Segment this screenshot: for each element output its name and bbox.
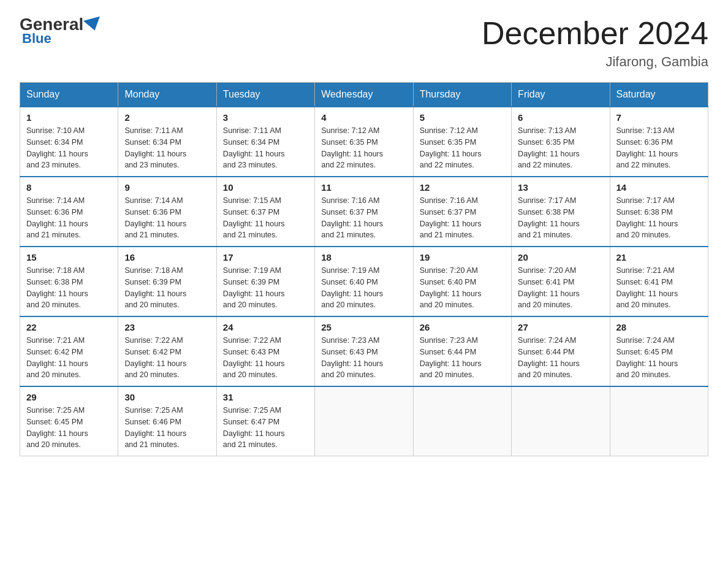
day-info: Sunrise: 7:24 AMSunset: 6:45 PMDaylight:… (616, 335, 702, 381)
day-header-monday: Monday (118, 83, 216, 107)
day-number: 4 (321, 112, 406, 123)
day-info: Sunrise: 7:13 AMSunset: 6:36 PMDaylight:… (616, 125, 702, 171)
day-number: 30 (124, 392, 210, 402)
day-number: 21 (616, 252, 702, 262)
day-info: Sunrise: 7:25 AMSunset: 6:47 PMDaylight:… (223, 405, 308, 451)
calendar-cell: 13Sunrise: 7:17 AMSunset: 6:38 PMDayligh… (512, 177, 610, 247)
day-info: Sunrise: 7:23 AMSunset: 6:43 PMDaylight:… (321, 335, 406, 381)
day-info: Sunrise: 7:10 AMSunset: 6:34 PMDaylight:… (26, 125, 112, 171)
day-number: 13 (518, 182, 603, 193)
calendar-cell: 9Sunrise: 7:14 AMSunset: 6:36 PMDaylight… (118, 177, 216, 247)
day-info: Sunrise: 7:17 AMSunset: 6:38 PMDaylight:… (616, 195, 702, 241)
day-info: Sunrise: 7:11 AMSunset: 6:34 PMDaylight:… (124, 125, 210, 171)
calendar-cell: 15Sunrise: 7:18 AMSunset: 6:38 PMDayligh… (20, 247, 118, 316)
page-header: General Blue December 2024 Jifarong, Gam… (20, 15, 708, 70)
day-number: 24 (223, 322, 308, 332)
day-info: Sunrise: 7:17 AMSunset: 6:38 PMDaylight:… (518, 195, 603, 241)
week-row-1: 1Sunrise: 7:10 AMSunset: 6:34 PMDaylight… (20, 107, 708, 177)
title-area: December 2024 Jifarong, Gambia (482, 15, 708, 70)
day-number: 14 (616, 182, 702, 193)
calendar-cell: 27Sunrise: 7:24 AMSunset: 6:44 PMDayligh… (512, 316, 610, 386)
day-number: 15 (26, 252, 112, 262)
month-title: December 2024 (482, 15, 708, 52)
calendar-cell: 3Sunrise: 7:11 AMSunset: 6:34 PMDaylight… (216, 107, 314, 177)
day-info: Sunrise: 7:16 AMSunset: 6:37 PMDaylight:… (321, 195, 406, 241)
day-number: 20 (518, 252, 603, 262)
day-info: Sunrise: 7:18 AMSunset: 6:39 PMDaylight:… (124, 265, 210, 311)
day-number: 12 (420, 182, 505, 193)
logo-blue: Blue (22, 31, 51, 47)
calendar-cell: 28Sunrise: 7:24 AMSunset: 6:45 PMDayligh… (610, 316, 708, 386)
calendar-cell: 19Sunrise: 7:20 AMSunset: 6:40 PMDayligh… (413, 247, 511, 316)
day-header-friday: Friday (512, 83, 610, 107)
day-info: Sunrise: 7:15 AMSunset: 6:37 PMDaylight:… (223, 195, 308, 241)
day-info: Sunrise: 7:12 AMSunset: 6:35 PMDaylight:… (420, 125, 505, 171)
calendar-cell: 11Sunrise: 7:16 AMSunset: 6:37 PMDayligh… (315, 177, 413, 247)
day-info: Sunrise: 7:19 AMSunset: 6:39 PMDaylight:… (223, 265, 308, 311)
calendar-cell: 17Sunrise: 7:19 AMSunset: 6:39 PMDayligh… (216, 247, 314, 316)
day-number: 16 (124, 252, 210, 262)
calendar-cell: 26Sunrise: 7:23 AMSunset: 6:44 PMDayligh… (413, 316, 511, 386)
location-subtitle: Jifarong, Gambia (482, 54, 708, 70)
calendar-cell (315, 386, 413, 456)
day-info: Sunrise: 7:25 AMSunset: 6:45 PMDaylight:… (26, 405, 112, 451)
day-number: 19 (420, 252, 505, 262)
day-header-tuesday: Tuesday (216, 83, 314, 107)
day-header-thursday: Thursday (413, 83, 511, 107)
calendar-cell: 22Sunrise: 7:21 AMSunset: 6:42 PMDayligh… (20, 316, 118, 386)
day-info: Sunrise: 7:14 AMSunset: 6:36 PMDaylight:… (124, 195, 210, 241)
day-info: Sunrise: 7:11 AMSunset: 6:34 PMDaylight:… (223, 125, 308, 171)
day-number: 27 (518, 322, 603, 332)
calendar-cell: 5Sunrise: 7:12 AMSunset: 6:35 PMDaylight… (413, 107, 511, 177)
week-row-4: 22Sunrise: 7:21 AMSunset: 6:42 PMDayligh… (20, 316, 708, 386)
day-number: 5 (420, 112, 505, 123)
day-number: 11 (321, 182, 406, 193)
calendar-cell: 2Sunrise: 7:11 AMSunset: 6:34 PMDaylight… (118, 107, 216, 177)
day-number: 28 (616, 322, 702, 332)
day-number: 10 (223, 182, 308, 193)
calendar-cell: 20Sunrise: 7:20 AMSunset: 6:41 PMDayligh… (512, 247, 610, 316)
calendar-cell: 31Sunrise: 7:25 AMSunset: 6:47 PMDayligh… (216, 386, 314, 456)
calendar-cell: 30Sunrise: 7:25 AMSunset: 6:46 PMDayligh… (118, 386, 216, 456)
calendar-table: SundayMondayTuesdayWednesdayThursdayFrid… (20, 82, 708, 456)
week-row-5: 29Sunrise: 7:25 AMSunset: 6:45 PMDayligh… (20, 386, 708, 456)
day-header-saturday: Saturday (610, 83, 708, 107)
day-number: 1 (26, 112, 112, 123)
calendar-cell: 4Sunrise: 7:12 AMSunset: 6:35 PMDaylight… (315, 107, 413, 177)
day-info: Sunrise: 7:23 AMSunset: 6:44 PMDaylight:… (420, 335, 505, 381)
day-info: Sunrise: 7:21 AMSunset: 6:41 PMDaylight:… (616, 265, 702, 311)
calendar-cell: 14Sunrise: 7:17 AMSunset: 6:38 PMDayligh… (610, 177, 708, 247)
day-number: 29 (26, 392, 112, 402)
day-number: 23 (124, 322, 210, 332)
day-number: 6 (518, 112, 603, 123)
calendar-cell: 18Sunrise: 7:19 AMSunset: 6:40 PMDayligh… (315, 247, 413, 316)
day-number: 26 (420, 322, 505, 332)
day-info: Sunrise: 7:13 AMSunset: 6:35 PMDaylight:… (518, 125, 603, 171)
day-header-sunday: Sunday (20, 83, 118, 107)
logo: General Blue (20, 15, 103, 47)
calendar-cell: 23Sunrise: 7:22 AMSunset: 6:42 PMDayligh… (118, 316, 216, 386)
day-number: 8 (26, 182, 112, 193)
day-info: Sunrise: 7:20 AMSunset: 6:40 PMDaylight:… (420, 265, 505, 311)
calendar-cell: 1Sunrise: 7:10 AMSunset: 6:34 PMDaylight… (20, 107, 118, 177)
day-info: Sunrise: 7:18 AMSunset: 6:38 PMDaylight:… (26, 265, 112, 311)
day-info: Sunrise: 7:12 AMSunset: 6:35 PMDaylight:… (321, 125, 406, 171)
day-number: 2 (124, 112, 210, 123)
days-header-row: SundayMondayTuesdayWednesdayThursdayFrid… (20, 83, 708, 107)
day-info: Sunrise: 7:21 AMSunset: 6:42 PMDaylight:… (26, 335, 112, 381)
day-number: 9 (124, 182, 210, 193)
day-info: Sunrise: 7:25 AMSunset: 6:46 PMDaylight:… (124, 405, 210, 451)
day-info: Sunrise: 7:16 AMSunset: 6:37 PMDaylight:… (420, 195, 505, 241)
calendar-cell (610, 386, 708, 456)
day-number: 18 (321, 252, 406, 262)
day-number: 22 (26, 322, 112, 332)
day-number: 31 (223, 392, 308, 402)
calendar-cell: 25Sunrise: 7:23 AMSunset: 6:43 PMDayligh… (315, 316, 413, 386)
calendar-cell: 7Sunrise: 7:13 AMSunset: 6:36 PMDaylight… (610, 107, 708, 177)
week-row-2: 8Sunrise: 7:14 AMSunset: 6:36 PMDaylight… (20, 177, 708, 247)
day-number: 25 (321, 322, 406, 332)
calendar-cell (413, 386, 511, 456)
day-header-wednesday: Wednesday (315, 83, 413, 107)
calendar-cell: 29Sunrise: 7:25 AMSunset: 6:45 PMDayligh… (20, 386, 118, 456)
week-row-3: 15Sunrise: 7:18 AMSunset: 6:38 PMDayligh… (20, 247, 708, 316)
